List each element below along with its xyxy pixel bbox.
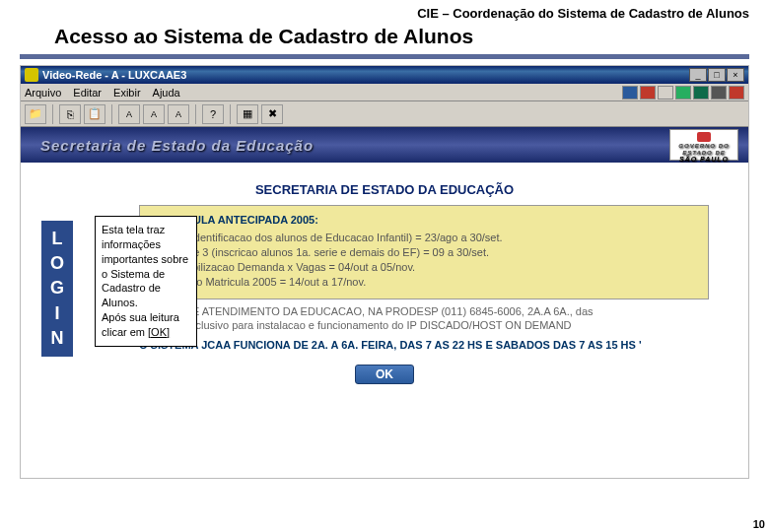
banner-text: Secretaria de Estado da Educação — [40, 137, 314, 154]
tool-close-icon[interactable]: ✖ — [261, 104, 283, 124]
slide-header: CIE – Coordenação do Sistema de Cadastro… — [0, 0, 769, 23]
menu-exibir[interactable]: Exibir — [113, 87, 141, 99]
menu-ajuda[interactable]: Ajuda — [153, 87, 180, 99]
login-g: G — [41, 276, 73, 300]
tool-a3-icon[interactable]: A — [168, 104, 189, 124]
office-icon-3[interactable] — [675, 86, 691, 100]
tool-help-icon[interactable]: ? — [202, 104, 224, 124]
login-l: L — [41, 227, 73, 251]
info-line: ENTRAL DE ATENDIMENTO DA EDUCACAO, NA PR… — [139, 305, 709, 317]
close-icon[interactable]: × — [727, 68, 744, 82]
menubar: Arquivo Editar Exibir Ajuda — [21, 84, 748, 101]
tool-a1-icon[interactable]: A — [118, 104, 140, 124]
banner: Secretaria de Estado da Educação GOVERNO… — [21, 127, 748, 163]
tool-paste-icon[interactable]: 📋 — [84, 104, 105, 124]
slide-title: Acesso ao Sistema de Cadastro de Alunos — [0, 23, 769, 54]
login-o: O — [41, 251, 73, 276]
maximize-icon[interactable]: □ — [708, 68, 726, 82]
toolbar-separator — [230, 104, 231, 124]
toolbar: 📁 ⎘ 📋 A A A ? ▦ ✖ — [21, 101, 748, 127]
menubar-right-icons — [622, 86, 744, 100]
page-title: SECRETARIA DE ESTADO DA EDUCAÇÃO — [21, 178, 748, 205]
office-icon-6[interactable] — [729, 86, 744, 100]
tool-a2-icon[interactable]: A — [143, 104, 165, 124]
app-icon — [25, 68, 38, 82]
login-vertical-label: L O G I N — [41, 221, 73, 357]
office-icon-5[interactable] — [711, 86, 727, 100]
sp-crest-icon — [697, 132, 711, 142]
toolbar-separator — [52, 104, 53, 124]
info-line: Fases 2 e 3 (inscricao alunos 1a. serie … — [152, 246, 696, 258]
window-title: Video-Rede - A - LUXCAAE3 — [42, 69, 689, 81]
minimize-icon[interactable]: _ — [689, 68, 707, 82]
callout-box: Esta tela traz informações importantes s… — [95, 216, 197, 347]
info-heading: MATRICULA ANTECIPADA 2005: — [152, 214, 696, 226]
office-icon-4[interactable] — [693, 86, 709, 100]
info-schedule: O SISTEMA JCAA FUNCIONA DE 2A. A 6A. FEI… — [139, 339, 709, 351]
sp-logo: GOVERNO DO ESTADO DE SÃO PAULO — [669, 129, 738, 161]
ok-button[interactable]: OK — [355, 365, 414, 384]
toolbar-separator — [195, 104, 196, 124]
info-line: Fase 1 (identificacao dos alunos de Educ… — [152, 232, 696, 243]
tool-folder-icon[interactable]: 📁 — [25, 104, 46, 124]
logo-state: GOVERNO DO ESTADO DE — [678, 143, 729, 156]
tool-table-icon[interactable]: ▦ — [237, 104, 258, 124]
word-icon[interactable] — [622, 86, 638, 100]
tool-copy-icon[interactable]: ⎘ — [59, 104, 81, 124]
menu-editar[interactable]: Editar — [73, 87, 102, 99]
divider — [20, 54, 749, 59]
info-line: as 24hs. Exclusivo para instalacao e fun… — [139, 319, 709, 331]
toolbar-separator — [111, 104, 112, 124]
login-n: N — [41, 326, 73, 351]
login-i: I — [41, 301, 73, 326]
window-controls: _ □ × — [689, 68, 744, 82]
office-icon-1[interactable] — [640, 86, 656, 100]
info-below: ENTRAL DE ATENDIMENTO DA EDUCACAO, NA PR… — [139, 305, 709, 351]
callout-text: Esta tela traz informações importantes s… — [102, 224, 188, 308]
page-number: 10 — [753, 518, 765, 530]
callout-ok: [OK] — [148, 326, 170, 338]
info-line: Compatibilizacao Demanda x Vagas = 04/ou… — [152, 261, 696, 273]
info-line: Efetivacao Matricula 2005 = 14/out a 17/… — [152, 276, 696, 288]
info-box: MATRICULA ANTECIPADA 2005: Fase 1 (ident… — [139, 205, 709, 299]
office-icon-2[interactable] — [658, 86, 673, 100]
menu-arquivo[interactable]: Arquivo — [25, 87, 61, 99]
titlebar: Video-Rede - A - LUXCAAE3 _ □ × — [21, 66, 748, 84]
